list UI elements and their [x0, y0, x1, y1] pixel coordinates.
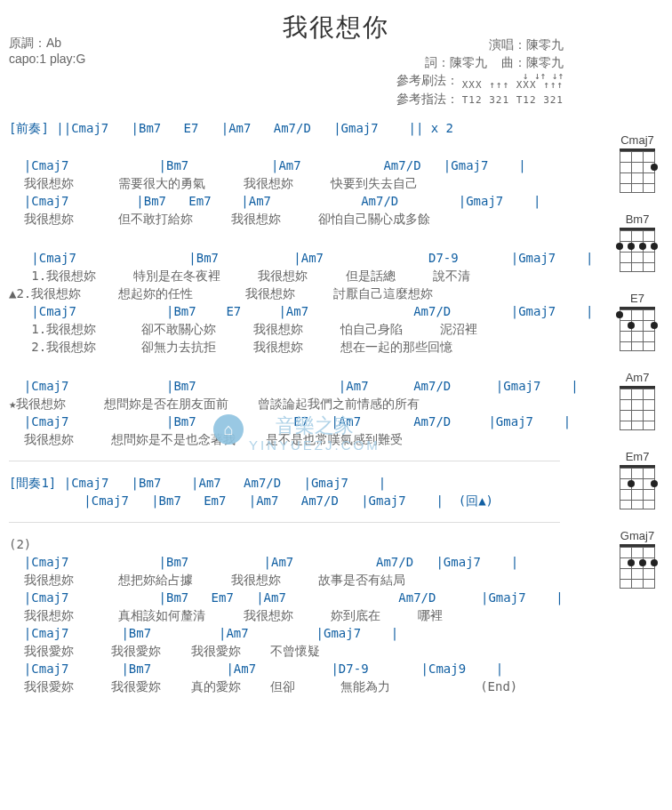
fretboard [620, 544, 655, 589]
chord-name: Am7 [613, 371, 661, 384]
chord-line: |Cmaj7 |Bm7 Em7 |Am7 Am7/D |Gmaj7 | [9, 192, 663, 210]
lyric-line: 我很愛妳 我很愛妳 真的愛妳 但卻 無能為力 (End) [9, 678, 663, 695]
chord-line: |Cmaj7 |Bm7 E7 |Am7 Am7/D |Gmaj7 | [9, 413, 663, 430]
lyric-line: 我很愛妳 我很愛妳 我很愛妳 不曾懷疑 [9, 642, 663, 660]
chord-name: Cmaj7 [613, 133, 661, 147]
verse-b: |Cmaj7 |Bm7 |Am7 D7-9 |Gmaj7 | 1.我很想妳 特別… [9, 249, 663, 356]
chord-line: |Cmaj7 |Bm7 |Am7 Am7/D |Gmaj7 | [9, 553, 663, 571]
lyric-line: 1.我很想妳 卻不敢關心妳 我很想妳 怕自己身陷 泥沼裡 [9, 320, 663, 338]
chord-diagram-gmaj7: Gmaj7 [613, 529, 661, 589]
lyric-line: 我很想妳 需要很大的勇氣 我很想妳 快要到失去自己 [9, 174, 663, 192]
fretboard [620, 386, 655, 430]
lyric-line: ▲2.我很想妳 想起妳的任性 我很想妳 討厭自己這麼想妳 [9, 285, 663, 302]
singer-name: 陳零九 [526, 37, 564, 52]
strum-label: 參考刷法： [396, 71, 459, 89]
fretboard [620, 228, 655, 272]
chord-name: E7 [613, 292, 661, 305]
lyrics-by: 陳零九 [450, 55, 487, 69]
fretboard [620, 465, 655, 509]
chord-line: |Cmaj7 |Bm7 |Am7 D7-9 |Gmaj7 | [9, 249, 663, 267]
lyric-line: 我很想妳 想問妳是不是也念著我 是不是也常嘆氣感到難受 [9, 430, 663, 448]
key-label: 原調： [9, 36, 46, 50]
lyric-line: 2.我很想妳 卻無力去抗拒 我很想妳 想在一起的那些回憶 [9, 338, 663, 356]
divider [9, 461, 560, 461]
fretboard [620, 148, 655, 193]
lyric-line: 我很想妳 真相該如何釐清 我很想妳 妳到底在 哪裡 [9, 606, 663, 624]
interlude: [間奏1] |Cmaj7 |Bm7 |Am7 Am7/D |Gmaj7 | |C… [9, 474, 663, 509]
singer-label: 演唱： [489, 37, 526, 52]
interlude-line: [間奏1] |Cmaj7 |Bm7 |Am7 Am7/D |Gmaj7 | [9, 474, 663, 492]
fretboard [620, 307, 655, 351]
fret-dot [651, 480, 658, 487]
divider [9, 522, 560, 523]
chord-diagrams: Cmaj7Bm7E7Am7Em7Gmaj7 [613, 133, 661, 608]
chord-line: |Cmaj7 |Bm7 |Am7 |Gmaj7 | [9, 624, 663, 642]
music-label: 曲： [501, 55, 526, 69]
music-by: 陳零九 [526, 55, 564, 69]
finger-label: 參考指法： [396, 90, 459, 108]
chord-diagram-am7: Am7 [613, 371, 661, 430]
fret-dot [651, 322, 658, 329]
chorus: |Cmaj7 |Bm7 |Am7 Am7/D |Gmaj7 | ★我很想妳 想問… [9, 377, 663, 448]
fret-dot [616, 243, 623, 250]
chord-line: |Cmaj7 |Bm7 Em7 |Am7 Am7/D |Gmaj7 | [9, 589, 663, 606]
fret-dot [628, 243, 635, 250]
fret-dot [628, 559, 635, 566]
intro-line: [前奏] ||Cmaj7 |Bm7 E7 |Am7 Am7/D |Gmaj7 |… [9, 119, 663, 137]
credits: 演唱：陳零九 詞：陳零九 曲：陳零九 參考刷法： ↓ ↓↑ ↓↑ XXX ↑↑↑… [334, 36, 564, 108]
fret-dot [639, 243, 646, 250]
chord-line: |Cmaj7 |Bm7 |Am7 |D7-9 |Cmaj9 | [9, 660, 663, 678]
capo-info: capo:1 play:G [9, 52, 85, 66]
chord-name: Em7 [613, 450, 661, 463]
fret-dot [628, 322, 635, 329]
lyric-line: 我很想妳 但不敢打給妳 我很想妳 卻怕自己關心成多餘 [9, 210, 663, 228]
chord-line: |Cmaj7 |Bm7 |Am7 Am7/D |Gmaj7 | [9, 377, 663, 395]
finger-pattern: T12 321 T12 321 [462, 96, 564, 105]
chord-diagram-e7: E7 [613, 292, 661, 351]
lyrics-label: 詞： [425, 55, 450, 69]
chord-name: Bm7 [613, 213, 661, 226]
strum-pattern: ↓ ↓↑ ↓↑ XXX ↑↑↑ XXX ↑↑↑ [462, 72, 564, 90]
chord-diagram-em7: Em7 [613, 450, 661, 509]
section-tag: (2) [9, 535, 663, 553]
chord-diagram-bm7: Bm7 [613, 213, 661, 272]
key-info: 原調：Ab capo:1 play:G [9, 36, 85, 66]
fret-dot [639, 559, 646, 566]
lyric-line: ★我很想妳 想問妳是否在朋友面前 曾談論起我們之前情感的所有 [9, 395, 663, 413]
verse-a: |Cmaj7 |Bm7 |Am7 Am7/D |Gmaj7 | 我很想妳 需要很… [9, 156, 663, 228]
chord-line: |Cmaj7 |Bm7 E7 |Am7 Am7/D |Gmaj7 | [9, 302, 663, 320]
fret-dot [651, 164, 658, 171]
fret-dot [628, 480, 635, 487]
fret-dot [651, 559, 658, 566]
chord-name: Gmaj7 [613, 529, 661, 542]
chord-line: |Cmaj7 |Bm7 |Am7 Am7/D |Gmaj7 | [9, 156, 663, 174]
fret-dot [651, 243, 658, 250]
chord-diagram-cmaj7: Cmaj7 [613, 133, 661, 193]
key-value: Ab [46, 36, 61, 50]
interlude-line: |Cmaj7 |Bm7 Em7 |Am7 Am7/D |Gmaj7 | (回▲) [9, 492, 663, 509]
lyric-line: 我很想妳 想把妳給占據 我很想妳 故事是否有結局 [9, 571, 663, 589]
lyric-line: 1.我很想妳 特別是在冬夜裡 我很想妳 但是話總 說不清 [9, 267, 663, 285]
outro: |Cmaj7 |Bm7 |Am7 Am7/D |Gmaj7 | 我很想妳 想把妳… [9, 553, 663, 695]
fret-dot [616, 311, 623, 318]
